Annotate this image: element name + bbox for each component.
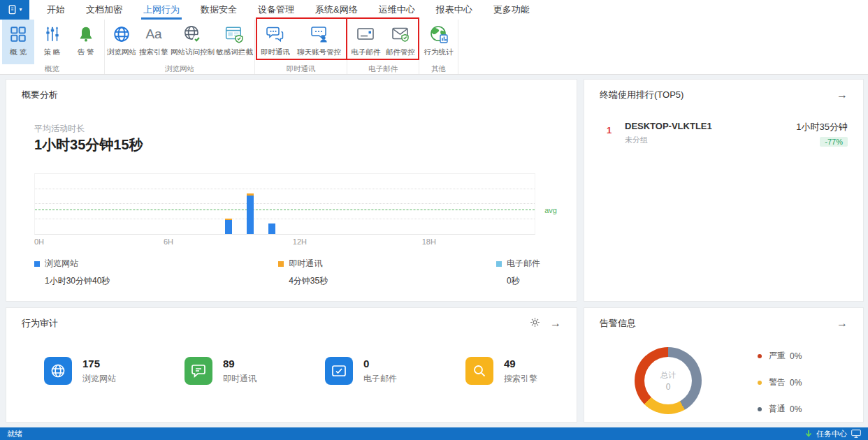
- gridline: [35, 219, 535, 219]
- stat-value: 89: [223, 358, 256, 369]
- avg-duration-value: 1小时35分钟15秒: [34, 135, 143, 154]
- ribbon-group-im: 即时通讯 聊天账号管控 即时通讯: [255, 20, 347, 74]
- ribbon-group-browse: 浏览网站 Aa 搜索引擎 网站访问控制 敏感词拦截 浏览网站: [105, 20, 255, 74]
- ribbon-btn-browse-site[interactable]: 浏览网站: [106, 20, 138, 64]
- arrow-right-icon[interactable]: →: [837, 318, 848, 329]
- ribbon-btn-chat-account[interactable]: 聊天账号管控: [295, 20, 343, 64]
- activity-x-axis: 0H6H12H18H: [34, 237, 534, 247]
- chat-icon: [190, 362, 207, 379]
- ribbon-btn-label: 邮件管控: [386, 47, 415, 57]
- stat-label: 即时通讯: [223, 373, 256, 385]
- stat-item-search[interactable]: 49 搜索引擎: [465, 357, 537, 385]
- legend-swatch: [34, 261, 40, 267]
- ribbon-btn-label: 策 略: [44, 47, 61, 57]
- arrow-right-icon[interactable]: →: [837, 89, 848, 101]
- app-menu-button[interactable]: ▾: [0, 0, 29, 20]
- terminal-rank: 1: [607, 125, 625, 135]
- task-center-label: 任务中心: [816, 429, 847, 439]
- menu-item-start[interactable]: 开始: [36, 0, 75, 20]
- stat-value: 49: [504, 358, 537, 369]
- alerts-panel: 告警信息 → 总计 0 严重 0% 警告 0% 普通: [584, 307, 864, 423]
- globe-icon: [50, 362, 66, 379]
- menu-item-system-network[interactable]: 系统&网络: [305, 0, 368, 20]
- sliders-icon: [43, 23, 62, 45]
- menu-item-data-security[interactable]: 数据安全: [190, 0, 247, 20]
- legend-label: 浏览网站: [45, 258, 78, 270]
- task-center-button[interactable]: 任务中心: [805, 429, 861, 439]
- menu-item-more[interactable]: 更多功能: [483, 0, 540, 20]
- status-bar: 就绪 任务中心: [0, 427, 868, 440]
- legend-swatch: [496, 261, 502, 267]
- alert-legend-label: 严重: [769, 350, 786, 362]
- alert-legend-value: 0%: [790, 378, 802, 388]
- ribbon-btn-im[interactable]: 即时通讯: [259, 20, 292, 64]
- ribbon-group-email: 电子邮件 邮件管控 电子邮件: [347, 20, 419, 74]
- bell-icon: [77, 23, 95, 45]
- ribbon-btn-search-engine[interactable]: Aa 搜索引擎: [138, 20, 170, 64]
- audit-stats-row: 175 浏览网站 89 即时通讯 0 电子邮件: [6, 357, 577, 385]
- menu-bar: ▾ 开始 文档加密 上网行为 数据安全 设备管理 系统&网络 运维中心 报表中心…: [0, 0, 868, 20]
- ribbon-group-other: 行为统计 其他: [419, 20, 458, 74]
- arrow-right-icon[interactable]: →: [550, 318, 561, 329]
- stat-label: 浏览网站: [82, 373, 116, 385]
- ribbon-btn-email[interactable]: 电子邮件: [349, 20, 382, 64]
- mail-icon: [331, 362, 347, 379]
- top-terminals-title: 终端使用排行(TOP5): [600, 89, 683, 101]
- terminal-duration: 1小时35分钟: [796, 121, 848, 133]
- alert-legend-item-normal: 普通 0%: [758, 403, 802, 415]
- alerts-title: 告警信息: [600, 317, 636, 330]
- ribbon-btn-label: 概 览: [10, 47, 27, 57]
- gear-icon[interactable]: [530, 317, 540, 330]
- stat-item-im[interactable]: 89 即时通讯: [185, 357, 256, 385]
- menu-item-doc-encrypt[interactable]: 文档加密: [75, 0, 133, 20]
- ribbon-btn-label: 行为统计: [424, 47, 454, 57]
- donut-center-value: 0: [666, 382, 671, 392]
- activity-plot: avg: [34, 173, 535, 235]
- stat-item-email[interactable]: 0 电子邮件: [325, 357, 397, 385]
- aa-text-icon: Aa: [145, 23, 161, 45]
- ribbon-btn-alert[interactable]: 告 警: [70, 20, 102, 64]
- top-terminals-panel: 终端使用排行(TOP5) → 1 DESKTOP-VLKTLE1 未分组 1小时…: [584, 79, 864, 302]
- legend-item-email: 电子邮件 0秒: [496, 258, 540, 287]
- ribbon-btn-label: 搜索引擎: [139, 47, 168, 57]
- legend-item-browse: 浏览网站 1小时30分钟40秒: [34, 258, 110, 287]
- ribbon-group-label: 其他: [419, 64, 458, 74]
- terminal-list-item[interactable]: 1 DESKTOP-VLKTLE1 未分组 1小时35分钟 -77%: [584, 121, 863, 147]
- ribbon-btn-sensitive-word[interactable]: 敏感词拦截: [215, 20, 254, 64]
- ribbon-btn-mail-control[interactable]: 邮件管控: [384, 20, 417, 64]
- ribbon-btn-policy[interactable]: 策 略: [36, 20, 68, 64]
- donut-center-label: 总计: [660, 370, 676, 381]
- menu-items: 开始 文档加密 上网行为 数据安全 设备管理 系统&网络 运维中心 报表中心 更…: [36, 0, 540, 20]
- legend-swatch: [278, 261, 284, 267]
- menu-item-ops-center[interactable]: 运维中心: [368, 0, 426, 20]
- activity-chart-legend: 浏览网站 1小时30分钟40秒 即时通讯 4分钟35秒 电子邮件 0秒: [34, 258, 540, 287]
- x-tick-label: 12H: [293, 237, 307, 246]
- chevron-down-icon: ▾: [19, 7, 22, 13]
- menu-item-report-center[interactable]: 报表中心: [426, 0, 483, 20]
- menu-item-device-mgmt[interactable]: 设备管理: [247, 0, 305, 20]
- alert-legend-item-critical: 严重 0%: [758, 350, 802, 362]
- stat-item-browse[interactable]: 175 浏览网站: [44, 357, 116, 385]
- grid-icon: [9, 23, 27, 45]
- terminal-change-badge: -77%: [820, 137, 848, 147]
- stat-tile: [325, 357, 353, 385]
- ribbon-btn-label: 网站访问控制: [171, 47, 215, 57]
- chat-person-icon: [310, 23, 329, 45]
- ribbon-btn-site-access-control[interactable]: 网站访问控制: [170, 20, 215, 64]
- alert-legend-label: 普通: [769, 403, 786, 415]
- status-text: 就绪: [7, 429, 805, 439]
- ribbon-btn-overview[interactable]: 概 览: [2, 20, 34, 64]
- stat-tile: [465, 357, 493, 385]
- legend-item-im: 即时通讯 4分钟35秒: [278, 258, 328, 287]
- ribbon-btn-behavior-stats[interactable]: 行为统计: [422, 20, 456, 64]
- ribbon-group-label: 概览: [0, 64, 104, 74]
- donut-center: 总计 0: [644, 357, 692, 404]
- ribbon-btn-label: 告 警: [78, 47, 94, 57]
- ribbon-group-label: 即时通讯: [255, 64, 347, 74]
- menu-item-internet-behavior[interactable]: 上网行为: [133, 0, 190, 20]
- legend-value: 1小时30分钟40秒: [45, 275, 110, 287]
- ribbon-btn-label: 浏览网站: [107, 47, 136, 57]
- alerts-legend: 严重 0% 警告 0% 普通 0%: [758, 350, 802, 430]
- envelope-icon: [356, 23, 375, 45]
- summary-panel: 概要分析 平均活动时长 1小时35分钟15秒 avg 0H6H12H18H 浏览…: [6, 79, 577, 302]
